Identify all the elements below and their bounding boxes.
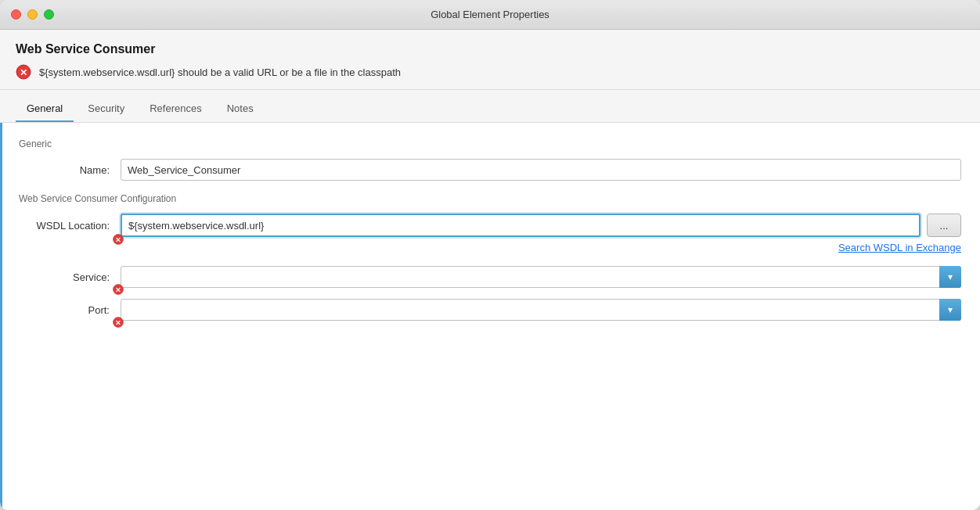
wsdl-location-label: WSDL Location: [19,220,121,232]
wsdl-location-row: WSDL Location: ✕ ... [19,214,961,237]
generic-section-label: Generic [19,138,961,149]
chevron-down-icon: ▾ [948,271,953,282]
error-row: ✕ ${system.webservice.wsdl.url} should b… [16,64,964,80]
tab-security[interactable]: Security [77,96,135,122]
main-window: Global Element Properties Web Service Co… [0,0,980,510]
tab-references[interactable]: References [139,96,212,122]
traffic-lights [11,9,54,20]
tab-general[interactable]: General [16,96,74,122]
header-section: Web Service Consumer ✕ ${system.webservi… [0,30,980,90]
maximize-button[interactable] [44,9,54,20]
titlebar: Global Element Properties [0,0,980,30]
service-form-group: Service: ▾ ✕ [19,266,961,288]
service-dropdown-button[interactable]: ▾ [939,266,961,288]
port-label: Port: [19,304,121,316]
search-wsdl-row: Search WSDL in Exchange [19,242,961,253]
svg-text:✕: ✕ [115,286,121,294]
service-input[interactable] [121,266,961,288]
port-form-group: Port: ▾ ✕ [19,299,961,321]
name-input[interactable] [121,159,961,181]
service-input-wrapper: ▾ ✕ [121,266,961,288]
svg-text:✕: ✕ [115,319,121,327]
wsdl-location-input[interactable] [121,214,921,237]
minimize-button[interactable] [27,9,38,20]
service-error-badge: ✕ [113,284,124,295]
content-area: Web Service Consumer ✕ ${system.webservi… [0,30,980,510]
name-form-group: Name: [19,159,961,181]
port-dropdown-button[interactable]: ▾ [939,299,961,321]
component-title: Web Service Consumer [16,42,964,56]
service-label: Service: [19,271,121,283]
search-wsdl-link[interactable]: Search WSDL in Exchange [838,242,961,253]
svg-text:✕: ✕ [20,67,27,78]
wsc-section-label: Web Service Consumer Configuration [19,193,961,204]
wsdl-error-badge: ✕ [113,234,124,245]
left-accent-bar [0,123,2,510]
chevron-down-icon-port: ▾ [948,304,953,315]
main-panel: Generic Name: Web Service Consumer Confi… [0,123,980,510]
tab-notes[interactable]: Notes [216,96,265,122]
svg-text:✕: ✕ [115,236,121,244]
error-icon: ✕ [16,64,31,80]
port-input[interactable] [121,299,961,321]
port-input-wrapper: ▾ ✕ [121,299,961,321]
window-title: Global Element Properties [431,9,549,20]
wsdl-input-wrapper: ✕ [121,214,921,237]
tabs-bar: General Security References Notes [0,90,980,123]
browse-button[interactable]: ... [927,214,961,237]
close-button[interactable] [11,9,21,20]
port-error-badge: ✕ [113,317,124,328]
error-message: ${system.webservice.wsdl.url} should be … [39,66,401,78]
name-label: Name: [19,164,121,176]
